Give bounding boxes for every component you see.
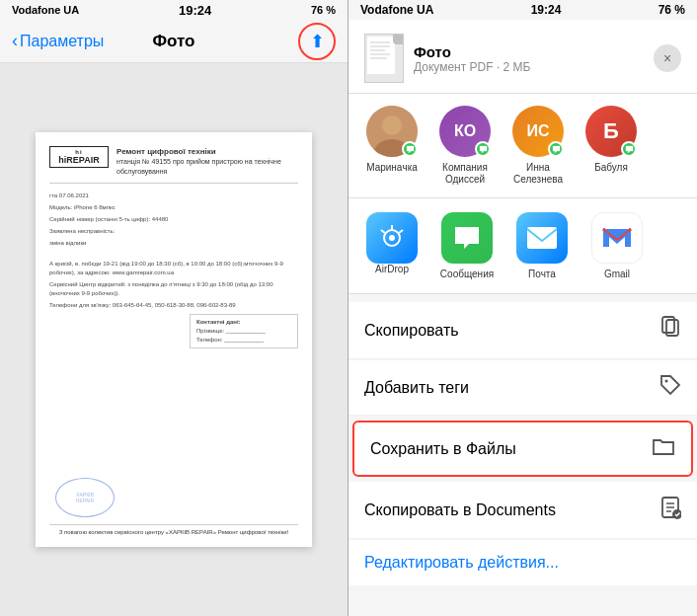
action-edit-label: Редактировать действия... (364, 554, 559, 571)
share-doc-info: Фото Документ PDF · 2 МБ (414, 43, 654, 74)
contact-item-babushka[interactable]: Б Бабуля (576, 106, 647, 186)
contact-name-marinochka: Маринaчка (366, 162, 418, 174)
left-status-bar: Vodafone UA 19:24 76 % (0, 0, 348, 20)
doc-logo: hi hiREPAIR (49, 146, 109, 168)
app-name-airdrop: AirDrop (375, 264, 409, 274)
document-preview: hi hiREPAIR Ремонт цифрової техніки нтан… (0, 63, 348, 616)
back-chevron-icon: ‹ (12, 31, 18, 51)
contact-item-marinochka[interactable]: Маринaчка (356, 106, 427, 186)
right-time: 19:24 (531, 3, 562, 17)
left-carrier: Vodafone UA (12, 4, 79, 16)
action-savefiles-label: Сохранить в Файлы (370, 440, 516, 458)
share-doc-thumbnail (364, 34, 404, 83)
contact-name-is: ИннаСелезнева (513, 162, 563, 186)
copy-icon (659, 316, 681, 345)
doc-line4: Серійний номер (останні 5-ть цифр): 4448… (49, 215, 298, 224)
doc-contacts-box: Контактні дані: Прізвище: ____________ Т… (49, 314, 298, 348)
doc-stamp: ХАРКІВREPAIR (55, 478, 115, 517)
left-nav-title: Фото (153, 32, 195, 51)
action-savefiles[interactable]: Сохранить в Файлы (352, 421, 693, 477)
action-copydocs[interactable]: Скопировать в Documents (348, 482, 697, 539)
doc-body: гта 07.06.2021 Модель: iPhone 6 8мпкс Се… (49, 192, 298, 348)
action-copy[interactable]: Скопировать (348, 302, 697, 359)
app-item-mail[interactable]: Почта (506, 212, 578, 279)
left-battery: 76 % (311, 4, 336, 16)
doc-line5: Заявлена несправність: (49, 227, 298, 236)
message-badge-babushka (621, 141, 637, 157)
app-name-gmail: Gmail (604, 269, 630, 279)
app-item-gmail[interactable]: Gmail (581, 212, 653, 279)
svg-point-8 (382, 116, 402, 135)
message-badge-is (548, 141, 564, 157)
doc-line1: нтанція № 49155 про прийом пристрою на т… (116, 157, 298, 177)
action-addtag[interactable]: Добавить теги (348, 360, 697, 416)
svg-point-16 (665, 380, 668, 383)
share-button[interactable]: ⬆ (298, 23, 336, 60)
contacts-row: Маринaчка КО КомпанияОдиссей ИС (348, 94, 697, 198)
doc-footer: З повагою колектив сервісного центру «ХА… (49, 524, 298, 535)
doc-main-title: Ремонт цифрової техніки (116, 146, 298, 157)
contact-name-babushka: Бабуля (594, 162, 628, 174)
action-edit[interactable]: Редактировать действия... (348, 540, 697, 585)
message-badge (402, 141, 418, 157)
left-panel: Vodafone UA 19:24 76 % ‹ Параметры Фото … (0, 0, 348, 616)
contacts-title: Контактні дані: (196, 318, 291, 327)
app-name-messages: Сообщения (440, 269, 494, 279)
mail-icon (516, 212, 568, 264)
doc-line2: гта 07.06.2021 (49, 192, 298, 200)
document-content: hi hiREPAIR Ремонт цифрової техніки нтан… (36, 132, 312, 547)
contact-item-is[interactable]: ИС ИннаСелезнева (503, 106, 574, 186)
right-carrier: Vodafone UA (360, 3, 433, 17)
action-copy-label: Скопировать (364, 322, 459, 340)
share-doc-name: Фото (414, 43, 654, 60)
svg-rect-12 (527, 227, 557, 249)
app-name-mail: Почта (528, 269, 556, 279)
doc-title-block: Ремонт цифрової техніки нтанція № 49155 … (116, 146, 298, 177)
back-button[interactable]: ‹ Параметры (12, 31, 104, 51)
svg-point-11 (389, 235, 395, 241)
back-label: Параметры (20, 33, 104, 50)
messages-icon (441, 212, 493, 264)
right-status-bar: Vodafone UA 19:24 76 % (348, 0, 697, 20)
app-item-airdrop[interactable]: AirDrop (356, 212, 427, 279)
action-addtag-label: Добавить теги (364, 379, 469, 397)
left-nav-bar: ‹ Параметры Фото ⬆ (0, 20, 348, 63)
contact-item-ko[interactable]: КО КомпанияОдиссей (429, 106, 501, 186)
share-close-button[interactable]: × (654, 44, 681, 72)
action-copydocs-label: Скопировать в Documents (364, 501, 556, 519)
right-panel: Vodafone UA 19:24 76 % Фото Документ PDF (348, 0, 697, 616)
share-header: Фото Документ PDF · 2 МБ × (348, 20, 697, 94)
gmail-icon (591, 212, 643, 264)
close-icon: × (663, 50, 671, 66)
share-icon: ⬆ (310, 31, 325, 52)
contact-name-ko: КомпанияОдиссей (442, 162, 488, 186)
doc-line6: зміна відлики (49, 239, 298, 248)
app-item-messages[interactable]: Сообщения (431, 212, 503, 279)
doc-header: hi hiREPAIR Ремонт цифрової техніки нтан… (49, 146, 298, 184)
action-list: Скопировать Добавить теги (348, 294, 697, 616)
apps-row: AirDrop Сообщения Поч (348, 198, 697, 294)
doc-logo-text: hiREPAIR (54, 155, 104, 165)
share-sheet: Фото Документ PDF · 2 МБ × (348, 20, 697, 616)
doc-line3: Модель: iPhone 6 8мпкс (49, 203, 298, 212)
share-doc-sub: Документ PDF · 2 МБ (414, 60, 654, 74)
folder-icon (652, 436, 675, 461)
tag-icon (659, 374, 681, 401)
right-battery: 76 % (658, 3, 685, 17)
message-badge-ko (475, 141, 491, 157)
docs-icon (659, 496, 681, 524)
airdrop-icon (366, 212, 418, 264)
left-time: 19:24 (179, 3, 211, 18)
